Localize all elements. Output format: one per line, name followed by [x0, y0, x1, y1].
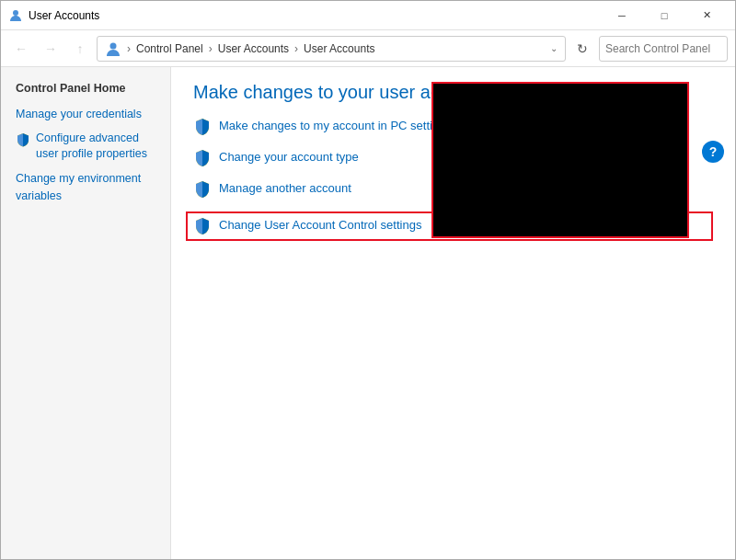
- window-controls: ─ □ ✕: [601, 1, 728, 30]
- forward-button[interactable]: →: [38, 36, 63, 62]
- account-type-icon: [193, 149, 212, 167]
- sidebar-item-credentials[interactable]: Manage your credentials: [1, 102, 170, 127]
- breadcrumb-sep3: ›: [294, 42, 298, 55]
- sidebar-item-environment[interactable]: Change my environment variables: [1, 166, 170, 209]
- action-uac-settings-link[interactable]: Change User Account Control settings: [219, 217, 421, 234]
- uac-settings-icon: [193, 217, 212, 235]
- sidebar-item-advanced-profile[interactable]: Configure advanced user profile properti…: [1, 127, 170, 166]
- pc-settings-icon: [193, 118, 212, 136]
- window: User Accounts ─ □ ✕ ← → ↑ › Control Pane…: [0, 0, 736, 560]
- breadcrumb-sep2: ›: [209, 42, 213, 55]
- close-button[interactable]: ✕: [685, 1, 728, 30]
- breadcrumb-user-accounts1[interactable]: User Accounts: [218, 42, 289, 55]
- action-pc-settings-link[interactable]: Make changes to my account in PC setting…: [219, 118, 452, 134]
- refresh-button[interactable]: ↻: [569, 36, 595, 62]
- breadcrumb-user-accounts2[interactable]: User Accounts: [304, 42, 374, 55]
- breadcrumb-control-panel[interactable]: Control Panel: [136, 42, 203, 55]
- content-wrapper: Control Panel Home Manage your credentia…: [1, 67, 735, 559]
- minimize-button[interactable]: ─: [601, 1, 643, 30]
- shield-icon: [16, 132, 30, 147]
- window-title: User Accounts: [29, 9, 601, 22]
- svg-point-0: [13, 10, 18, 16]
- address-chevron-icon[interactable]: ⌄: [550, 43, 558, 53]
- search-box[interactable]: 🔍: [599, 36, 728, 62]
- help-button[interactable]: ?: [702, 141, 724, 163]
- search-input[interactable]: [605, 42, 736, 55]
- sidebar-item-advanced-label: Configure advanced user profile properti…: [36, 131, 155, 163]
- address-bar: ← → ↑ › Control Panel › User Accounts › …: [1, 30, 735, 67]
- sidebar-heading: Control Panel Home: [1, 78, 170, 98]
- action-manage-account-link[interactable]: Manage another account: [219, 180, 351, 197]
- title-bar: User Accounts ─ □ ✕: [1, 1, 735, 30]
- action-account-type-link[interactable]: Change your account type: [219, 149, 359, 166]
- manage-account-icon: [193, 180, 212, 199]
- address-field[interactable]: › Control Panel › User Accounts › User A…: [97, 36, 566, 62]
- window-icon: [8, 8, 23, 23]
- breadcrumb-sep1: ›: [127, 42, 131, 55]
- up-button[interactable]: ↑: [67, 36, 93, 62]
- user-image-panel: [431, 82, 689, 238]
- address-icon: [105, 40, 121, 57]
- svg-point-1: [110, 42, 117, 49]
- maximize-button[interactable]: □: [643, 1, 685, 30]
- back-button[interactable]: ←: [8, 36, 34, 62]
- sidebar: Control Panel Home Manage your credentia…: [1, 67, 171, 559]
